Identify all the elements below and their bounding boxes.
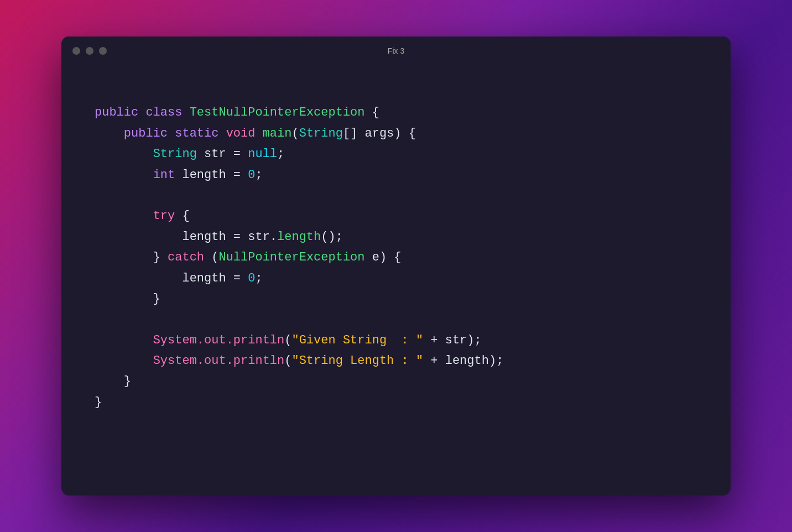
- method-main: main: [263, 127, 292, 140]
- titlebar: Fix 3: [61, 36, 731, 65]
- type-string2: String: [153, 147, 197, 161]
- string-literal2: "String Length : ": [291, 354, 423, 368]
- string-literal1: "Given String : ": [291, 333, 423, 347]
- keyword-void: void: [226, 127, 256, 140]
- code-area: public class TestNullPointerException { …: [61, 65, 731, 496]
- keyword-public2: public: [124, 127, 168, 140]
- literal-null: null: [248, 147, 277, 161]
- literal-zero2: 0: [248, 272, 255, 285]
- system-out-println2: System.out.println: [153, 354, 285, 368]
- type-int: int: [153, 168, 175, 182]
- class-name: TestNullPointerException: [190, 106, 365, 119]
- code-window: Fix 3 public class TestNullPointerExcept…: [61, 36, 731, 496]
- maximize-button[interactable]: [99, 47, 107, 55]
- keyword-static: static: [175, 127, 218, 140]
- keyword-class: class: [145, 106, 182, 119]
- minimize-button[interactable]: [86, 47, 93, 55]
- type-string: String: [299, 127, 343, 140]
- system-out-println1: System.out.println: [153, 333, 285, 347]
- window-title: Fix 3: [388, 46, 404, 55]
- exception-class: NullPointerException: [218, 251, 364, 264]
- keyword-try: try: [153, 209, 175, 223]
- close-button[interactable]: [72, 47, 80, 55]
- window-controls: [72, 47, 107, 55]
- code-block: public class TestNullPointerException { …: [95, 82, 697, 434]
- method-length: length: [277, 230, 321, 244]
- keyword-public: public: [95, 106, 138, 119]
- literal-zero1: 0: [248, 168, 255, 182]
- keyword-catch: catch: [168, 251, 204, 264]
